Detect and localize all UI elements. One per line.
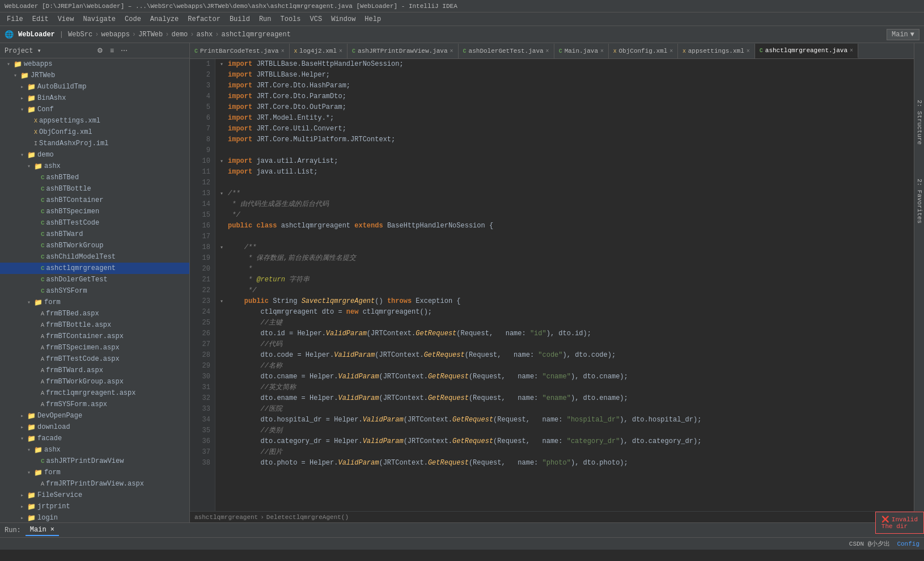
- menu-item-code[interactable]: Code: [120, 14, 146, 24]
- line-number-13: 13: [192, 188, 210, 199]
- run-tab-main[interactable]: Main ×: [26, 525, 59, 536]
- tree-item-autobuildtmp[interactable]: ▸📁AutoBuildTmp: [0, 81, 189, 92]
- breadcrumb-webapps[interactable]: webapps: [101, 31, 129, 39]
- tab-close-btn[interactable]: ×: [850, 48, 853, 54]
- editor-tab-objconfig[interactable]: XObjConfig.xml×: [609, 44, 678, 58]
- project-name[interactable]: WebLoader: [18, 31, 55, 39]
- structure-tab[interactable]: 2: Structure: [916, 100, 923, 145]
- tree-item-ashbtcontainer[interactable]: CashBTContainer: [0, 195, 189, 206]
- tab-close-btn[interactable]: ×: [546, 48, 549, 54]
- tree-item-label: frmSYSForm.aspx: [46, 400, 107, 408]
- tree-item-ashctlqmrgreagent[interactable]: Cashctlqmrgreagent: [0, 263, 189, 274]
- editor-tab-main[interactable]: CMain.java×: [554, 44, 609, 58]
- menu-item-view[interactable]: View: [53, 14, 79, 24]
- tree-item-ashbtbed[interactable]: CashBTBed: [0, 172, 189, 183]
- tree-item-conf[interactable]: ▾📁Conf: [0, 104, 189, 115]
- editor-tab-appsettings[interactable]: Xappsettings.xml×: [678, 44, 755, 58]
- tree-item-login[interactable]: ▸📁login: [0, 512, 189, 522]
- tree-item-facade-ashx[interactable]: ▾📁ashx: [0, 444, 189, 455]
- tree-item-frmbtcontainer[interactable]: AfrmBTContainer.aspx: [0, 331, 189, 342]
- editor-tab-ashJRTPrintDrawView[interactable]: CashJRTPrintDrawView.java×: [347, 44, 458, 58]
- tree-item-ashbtbottle[interactable]: CashBTBottle: [0, 183, 189, 195]
- favorites-tab[interactable]: 2: Favorites: [916, 179, 923, 223]
- line-number-20: 20: [192, 264, 210, 275]
- tree-item-jrtweb[interactable]: ▾📁JRTWeb: [0, 70, 189, 81]
- tree-item-objconfig[interactable]: XObjConfig.xml: [0, 126, 189, 138]
- editor-tab-ashctlqmrgreagent[interactable]: Cashctlqmrgreagent.java×: [755, 44, 858, 58]
- tree-item-form[interactable]: ▾📁form: [0, 297, 189, 308]
- breadcrumb-file[interactable]: ashctlqmrgreagent: [222, 31, 291, 39]
- tab-close-btn[interactable]: ×: [600, 48, 604, 54]
- tree-item-ashbtward[interactable]: CashBTWard: [0, 229, 189, 240]
- menu-item-help[interactable]: Help: [360, 14, 385, 24]
- tree-item-frmbtspecimen[interactable]: AfrmBTSpecimen.aspx: [0, 342, 189, 353]
- editor-tab-ashDolerGetTest[interactable]: CashDolerGetTest.java×: [459, 44, 554, 58]
- project-gear-btn[interactable]: ≡: [108, 45, 116, 56]
- error-line1: Invalid: [892, 516, 918, 523]
- menu-item-build[interactable]: Build: [225, 14, 255, 24]
- fold-arrow-icon[interactable]: ▾: [220, 188, 228, 199]
- breadcrumb-method-ref[interactable]: DeletectlqmrgreAgent(): [266, 514, 349, 521]
- tree-item-demo[interactable]: ▾📁demo: [0, 149, 189, 161]
- breadcrumb-websrc[interactable]: WebSrc: [68, 31, 92, 39]
- tree-item-frmbtbottle[interactable]: AfrmBTBottle.aspx: [0, 319, 189, 331]
- tree-item-frmbtward[interactable]: AfrmBTWard.aspx: [0, 365, 189, 376]
- editor-tab-printbarcodetest[interactable]: CPrintBarCodeTest.java×: [190, 44, 290, 58]
- tab-close-btn[interactable]: ×: [669, 48, 673, 54]
- tree-item-frmctlqmrgreagent[interactable]: Afrmctlqmrgreagent.aspx: [0, 387, 189, 399]
- tree-item-frmbtbed[interactable]: AfrmBTBed.aspx: [0, 308, 189, 319]
- webloader-icon: 🌐: [5, 30, 14, 39]
- tree-item-frmsysform[interactable]: AfrmSYSForm.aspx: [0, 399, 189, 410]
- tree-item-facade[interactable]: ▾📁facade: [0, 433, 189, 444]
- tree-item-devopenpage[interactable]: ▸📁DevOpenPage: [0, 410, 189, 421]
- project-settings-btn[interactable]: ⚙: [95, 45, 105, 56]
- menu-item-run[interactable]: Run: [255, 14, 276, 24]
- tree-item-frmJRTPrintDrawView[interactable]: AfrmJRTPrintDrawView.aspx: [0, 478, 189, 490]
- menu-item-refactor[interactable]: Refactor: [183, 14, 225, 24]
- config-label[interactable]: Config: [897, 541, 919, 547]
- tree-item-ashx[interactable]: ▾📁ashx: [0, 161, 189, 172]
- menu-item-edit[interactable]: Edit: [28, 14, 53, 24]
- tree-item-binashx[interactable]: ▸📁BinAshx: [0, 92, 189, 104]
- tab-close-btn[interactable]: ×: [450, 48, 453, 54]
- tree-item-standashxproj[interactable]: IStandAshxProj.iml: [0, 138, 189, 149]
- editor-tab-log4j2[interactable]: Xlog4j2.xml×: [290, 44, 347, 58]
- breadcrumb-jrtweb[interactable]: JRTWeb: [138, 31, 163, 39]
- fold-arrow-icon[interactable]: ▾: [220, 242, 228, 253]
- breadcrumb-demo[interactable]: demo: [171, 31, 188, 39]
- fold-arrow-icon[interactable]: ▾: [220, 156, 228, 167]
- tree-item-ashbtworkgroup[interactable]: CashBTWorkGroup: [0, 240, 189, 251]
- menu-item-file[interactable]: File: [2, 14, 28, 24]
- code-line-38: dto.photo = Helper.ValidParam(JRTContext…: [220, 458, 909, 469]
- breadcrumb-ashx[interactable]: ashx: [197, 31, 213, 39]
- tab-close-btn[interactable]: ×: [747, 48, 750, 54]
- run-config[interactable]: Main ▼: [887, 29, 919, 40]
- tree-item-ashchildmodeltest[interactable]: CashChildModelTest: [0, 251, 189, 263]
- project-more-btn[interactable]: ⋯: [118, 45, 130, 56]
- fold-arrow-icon[interactable]: ▾: [220, 59, 228, 70]
- tree-item-facade-form[interactable]: ▾📁form: [0, 467, 189, 478]
- tab-close-btn[interactable]: ×: [339, 48, 342, 54]
- breadcrumb-file-ref[interactable]: ashctlqmrgreagent: [194, 514, 258, 521]
- tree-item-ashbtspecimen[interactable]: CashBTSpecimen: [0, 206, 189, 217]
- tree-item-ashJRTPrintDrawView[interactable]: CashJRTPrintDrawView: [0, 455, 189, 467]
- code-area[interactable]: ▾import JRTBLLBase.BaseHttpHandlerNoSess…: [215, 59, 914, 511]
- line-number-24: 24: [192, 307, 210, 318]
- tree-item-frmbtworkgroup[interactable]: AfrmBTWorkGroup.aspx: [0, 376, 189, 387]
- tree-item-ashsysform[interactable]: CashSYSForm: [0, 285, 189, 297]
- tree-item-jrtprint[interactable]: ▸📁jrtprint: [0, 501, 189, 512]
- tree-item-frmbttestcode[interactable]: AfrmBTTestCode.aspx: [0, 353, 189, 365]
- menu-item-analyze[interactable]: Analyze: [146, 14, 183, 24]
- menu-item-tools[interactable]: Tools: [276, 14, 306, 24]
- tree-item-ashtbtestcode[interactable]: CashBTTestCode: [0, 217, 189, 229]
- menu-item-navigate[interactable]: Navigate: [78, 14, 120, 24]
- menu-item-vcs[interactable]: VCS: [306, 14, 327, 24]
- tree-item-download[interactable]: ▸📁download: [0, 421, 189, 433]
- tree-item-ashdolergettest[interactable]: CashDolerGetTest: [0, 274, 189, 285]
- menu-item-window[interactable]: Window: [327, 14, 360, 24]
- tree-item-fileservice[interactable]: ▸📁FileService: [0, 490, 189, 501]
- fold-arrow-icon[interactable]: ▾: [220, 296, 228, 307]
- tab-close-btn[interactable]: ×: [281, 48, 285, 54]
- tree-item-appsettings[interactable]: Xappsettings.xml: [0, 115, 189, 126]
- tree-item-webapps[interactable]: ▾📁webapps: [0, 58, 189, 70]
